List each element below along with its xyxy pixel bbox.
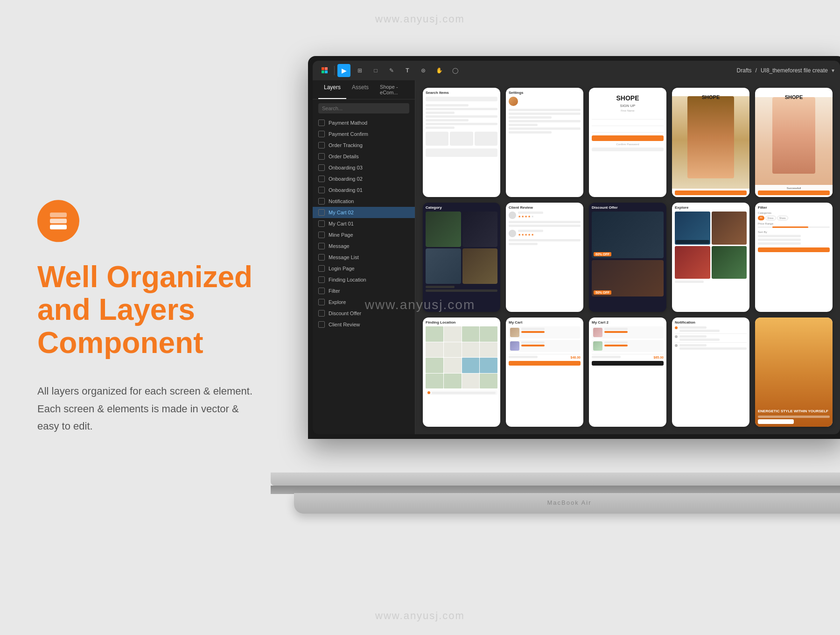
sidebar-tabs: Layers Assets Shope - eCom... [313, 80, 415, 99]
layer-item-0[interactable]: Payment Mathod [313, 117, 415, 128]
layer-item-12[interactable]: Message List [313, 252, 415, 263]
phone-settings: Settings [506, 88, 583, 197]
component-tool-icon[interactable]: ⊛ [417, 64, 430, 77]
breadcrumb-sep: / [756, 67, 757, 74]
figma-canvas: Search Items [415, 80, 840, 434]
dropdown-arrow[interactable]: ▾ [832, 67, 834, 74]
phone-shope-fashion1: SHOPE [672, 88, 749, 197]
layer-item-15[interactable]: Filter [313, 285, 415, 296]
layer-type-icon [318, 131, 325, 137]
left-content: Well Organized and Layers Component All … [37, 200, 261, 435]
phone-category: Category [423, 203, 500, 312]
macbook-bezel: ▶ ⊞ □ ✎ T ⊛ ✋ ◯ Drafts / UI8_themeforest… [313, 61, 840, 434]
layer-type-icon [318, 120, 325, 126]
shape-tool-icon[interactable]: □ [369, 64, 382, 77]
svg-rect-5 [322, 71, 324, 73]
layer-item-8[interactable]: My Cart 02 [313, 207, 415, 218]
layer-type-icon [318, 310, 325, 317]
figma-menu-icon[interactable] [318, 64, 331, 77]
layer-type-icon [318, 198, 325, 205]
layer-item-4[interactable]: Onboarding 03 [313, 162, 415, 173]
text-tool-icon[interactable]: T [401, 64, 414, 77]
phone-finding-location: Finding Location [423, 318, 500, 427]
layer-type-icon [318, 153, 325, 160]
layer-type-icon [318, 164, 325, 171]
layer-item-11[interactable]: Message [313, 240, 415, 252]
layer-item-14[interactable]: Finding Location [313, 274, 415, 285]
layer-list: Payment Mathod Payment Confirm Order Tra… [313, 117, 415, 330]
phone-client-review: Client Review ★★★★★ [506, 203, 583, 312]
layer-item-3[interactable]: Order Details [313, 151, 415, 162]
figma-main: Layers Assets Shope - eCom... Payment Ma… [313, 80, 840, 434]
svg-rect-1 [50, 219, 67, 223]
layer-type-icon [318, 265, 325, 272]
svg-rect-4 [325, 67, 328, 70]
sidebar-search-input[interactable] [318, 103, 409, 113]
breadcrumb-file: UI8_themeforest file create [761, 67, 828, 74]
svg-rect-3 [322, 67, 324, 70]
select-tool-icon[interactable]: ▶ [337, 64, 350, 77]
macbook-screen: ▶ ⊞ □ ✎ T ⊛ ✋ ◯ Drafts / UI8_themeforest… [308, 56, 840, 439]
macbook-bottom [271, 473, 840, 486]
phone-my-cart2: My Cart 2 [589, 318, 666, 427]
figma-sidebar: Layers Assets Shope - eCom... Payment Ma… [313, 80, 415, 434]
layer-type-icon [318, 254, 325, 261]
hand-tool-icon[interactable]: ✋ [433, 64, 446, 77]
layer-type-icon [318, 288, 325, 294]
layer-item-13[interactable]: Login Page [313, 263, 415, 274]
canvas-grid: Search Items [415, 80, 840, 434]
phone-discount: Discount Offer 60% OFF 50% OFF [589, 203, 666, 312]
layer-type-icon [318, 299, 325, 305]
svg-rect-0 [50, 212, 67, 217]
layer-item-7[interactable]: Notification [313, 196, 415, 207]
layer-item-9[interactable]: My Cart 01 [313, 218, 415, 229]
tab-assets[interactable]: Assets [346, 80, 374, 99]
watermark-bot: www.anyusj.com [375, 610, 465, 622]
watermark-top: www.anyusj.com [375, 13, 465, 25]
phone-fashion-photo: ENERGETIC STYLE WITHIN YOURSELF [755, 318, 833, 427]
comment-tool-icon[interactable]: ◯ [448, 64, 462, 77]
main-heading: Well Organized and Layers Component [37, 261, 261, 359]
description-text: All layers organized for each screen & e… [37, 383, 261, 435]
layer-item-10[interactable]: Mine Page [313, 229, 415, 240]
phone-search: Search Items [423, 88, 500, 197]
layer-type-icon [318, 187, 325, 193]
layer-type-icon [318, 276, 325, 283]
layer-type-icon [318, 220, 325, 227]
layer-item-18[interactable]: Client Review [313, 319, 415, 330]
phone-explore: Explore [672, 203, 749, 312]
svg-rect-2 [50, 225, 67, 229]
sidebar-search-container [313, 99, 415, 117]
layer-item-1[interactable]: Payment Confirm [313, 128, 415, 140]
phone-my-cart: My Cart [506, 318, 583, 427]
layer-type-icon [318, 321, 325, 328]
pen-tool-icon[interactable]: ✎ [385, 64, 398, 77]
layer-item-16[interactable]: Explore [313, 296, 415, 308]
layer-item-6[interactable]: Onboarding 01 [313, 184, 415, 196]
toolbar-left: ▶ ⊞ □ ✎ T ⊛ ✋ ◯ [318, 64, 733, 77]
layer-item-5[interactable]: Onboarding 02 [313, 173, 415, 184]
divider1 [334, 66, 335, 75]
figma-toolbar: ▶ ⊞ □ ✎ T ⊛ ✋ ◯ Drafts / UI8_themeforest… [313, 61, 840, 80]
layer-type-icon [318, 142, 325, 148]
layer-type-icon [318, 243, 325, 249]
macbook-wrapper: ▶ ⊞ □ ✎ T ⊛ ✋ ◯ Drafts / UI8_themeforest… [271, 56, 840, 570]
svg-rect-6 [325, 71, 328, 73]
breadcrumb-drafts: Drafts [737, 67, 752, 74]
phone-shope-signup: SHOPE SIGN UP First Name Confirm Passwor… [589, 88, 666, 197]
page-selector[interactable]: Shope - eCom... [374, 80, 409, 99]
layer-type-icon [318, 232, 325, 238]
frame-tool-icon[interactable]: ⊞ [353, 64, 366, 77]
phone-filter: Filter Categories All Dress Shoes Price … [755, 203, 833, 312]
macbook-label: MacBook Air [547, 499, 592, 506]
layer-type-icon [318, 209, 325, 216]
brand-icon [37, 200, 79, 242]
layer-item-17[interactable]: Discount Offer [313, 308, 415, 319]
layer-item-2[interactable]: Order Tracking [313, 140, 415, 151]
phone-notification: Notification [672, 318, 749, 427]
toolbar-right: Drafts / UI8_themeforest file create ▾ [737, 67, 834, 74]
phone-shope-fashion2: SHOPE Successfull [755, 88, 833, 197]
tab-layers[interactable]: Layers [318, 80, 346, 99]
layer-type-icon [318, 176, 325, 182]
